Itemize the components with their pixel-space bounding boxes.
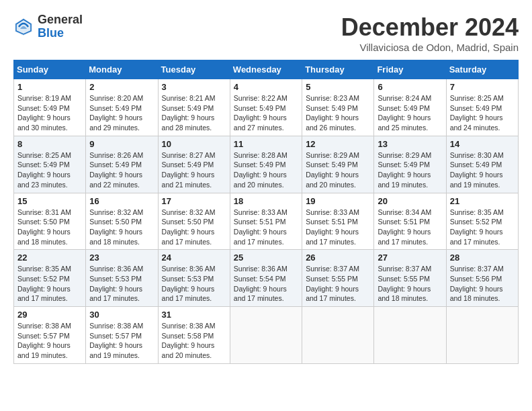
day-number: 28 bbox=[450, 253, 515, 263]
calendar-day-cell: 1Sunrise: 8:19 AM Sunset: 5:49 PM Daylig… bbox=[14, 79, 86, 136]
day-number: 16 bbox=[89, 196, 154, 206]
logo-blue: Blue bbox=[38, 27, 83, 40]
day-info: Sunrise: 8:25 AM Sunset: 5:49 PM Dayligh… bbox=[450, 93, 515, 133]
calendar-empty-cell bbox=[446, 307, 518, 364]
day-number: 26 bbox=[306, 253, 370, 263]
logo-text: General Blue bbox=[38, 13, 83, 40]
weekday-header-thursday: Thursday bbox=[302, 60, 374, 79]
title-block: December 2024 Villaviciosa de Odon, Madr… bbox=[341, 13, 519, 53]
calendar-day-cell: 16Sunrise: 8:32 AM Sunset: 5:50 PM Dayli… bbox=[86, 193, 158, 250]
day-info: Sunrise: 8:33 AM Sunset: 5:51 PM Dayligh… bbox=[234, 208, 298, 247]
day-info: Sunrise: 8:38 AM Sunset: 5:58 PM Dayligh… bbox=[162, 321, 226, 361]
day-number: 3 bbox=[162, 82, 226, 92]
calendar-day-cell: 22Sunrise: 8:35 AM Sunset: 5:52 PM Dayli… bbox=[14, 250, 86, 307]
day-info: Sunrise: 8:24 AM Sunset: 5:49 PM Dayligh… bbox=[378, 93, 442, 133]
day-number: 8 bbox=[17, 139, 82, 149]
calendar-day-cell: 4Sunrise: 8:22 AM Sunset: 5:49 PM Daylig… bbox=[230, 79, 302, 136]
page-header: General Blue December 2024 Villaviciosa … bbox=[13, 13, 519, 53]
day-number: 5 bbox=[306, 82, 370, 92]
day-number: 18 bbox=[234, 196, 298, 206]
day-number: 9 bbox=[89, 139, 154, 149]
calendar-table: SundayMondayTuesdayWednesdayThursdayFrid… bbox=[13, 60, 519, 364]
calendar-day-cell: 28Sunrise: 8:37 AM Sunset: 5:56 PM Dayli… bbox=[446, 250, 518, 307]
calendar-day-cell: 21Sunrise: 8:35 AM Sunset: 5:52 PM Dayli… bbox=[446, 193, 518, 250]
weekday-header-sunday: Sunday bbox=[14, 60, 86, 79]
calendar-day-cell: 20Sunrise: 8:34 AM Sunset: 5:51 PM Dayli… bbox=[374, 193, 446, 250]
day-number: 15 bbox=[17, 196, 82, 206]
day-info: Sunrise: 8:20 AM Sunset: 5:49 PM Dayligh… bbox=[89, 93, 154, 133]
calendar-day-cell: 5Sunrise: 8:23 AM Sunset: 5:49 PM Daylig… bbox=[302, 79, 374, 136]
weekday-header-saturday: Saturday bbox=[446, 60, 518, 79]
calendar-day-cell: 8Sunrise: 8:25 AM Sunset: 5:49 PM Daylig… bbox=[14, 136, 86, 193]
day-number: 4 bbox=[234, 82, 298, 92]
day-number: 14 bbox=[450, 139, 515, 149]
month-title: December 2024 bbox=[341, 13, 519, 42]
day-info: Sunrise: 8:37 AM Sunset: 5:56 PM Dayligh… bbox=[450, 264, 515, 304]
calendar-week-row: 15Sunrise: 8:31 AM Sunset: 5:50 PM Dayli… bbox=[14, 193, 519, 250]
day-info: Sunrise: 8:31 AM Sunset: 5:50 PM Dayligh… bbox=[17, 208, 82, 247]
calendar-day-cell: 30Sunrise: 8:38 AM Sunset: 5:57 PM Dayli… bbox=[86, 307, 158, 364]
calendar-day-cell: 6Sunrise: 8:24 AM Sunset: 5:49 PM Daylig… bbox=[374, 79, 446, 136]
day-number: 12 bbox=[306, 139, 370, 149]
weekday-header-tuesday: Tuesday bbox=[158, 60, 230, 79]
day-info: Sunrise: 8:37 AM Sunset: 5:55 PM Dayligh… bbox=[306, 264, 370, 304]
calendar-day-cell: 12Sunrise: 8:29 AM Sunset: 5:49 PM Dayli… bbox=[302, 136, 374, 193]
calendar-header-row: SundayMondayTuesdayWednesdayThursdayFrid… bbox=[14, 60, 519, 79]
calendar-week-row: 29Sunrise: 8:38 AM Sunset: 5:57 PM Dayli… bbox=[14, 307, 519, 364]
location: Villaviciosa de Odon, Madrid, Spain bbox=[341, 42, 519, 53]
day-info: Sunrise: 8:36 AM Sunset: 5:54 PM Dayligh… bbox=[234, 264, 298, 304]
day-number: 11 bbox=[234, 139, 298, 149]
day-number: 20 bbox=[378, 196, 442, 206]
day-number: 1 bbox=[17, 82, 82, 92]
calendar-day-cell: 14Sunrise: 8:30 AM Sunset: 5:49 PM Dayli… bbox=[446, 136, 518, 193]
calendar-day-cell: 13Sunrise: 8:29 AM Sunset: 5:49 PM Dayli… bbox=[374, 136, 446, 193]
calendar-body: 1Sunrise: 8:19 AM Sunset: 5:49 PM Daylig… bbox=[14, 79, 519, 364]
calendar-day-cell: 23Sunrise: 8:36 AM Sunset: 5:53 PM Dayli… bbox=[86, 250, 158, 307]
day-number: 13 bbox=[378, 139, 442, 149]
day-number: 31 bbox=[162, 310, 226, 320]
day-info: Sunrise: 8:22 AM Sunset: 5:49 PM Dayligh… bbox=[234, 93, 298, 133]
day-info: Sunrise: 8:26 AM Sunset: 5:49 PM Dayligh… bbox=[89, 150, 154, 190]
calendar-week-row: 22Sunrise: 8:35 AM Sunset: 5:52 PM Dayli… bbox=[14, 250, 519, 307]
day-info: Sunrise: 8:38 AM Sunset: 5:57 PM Dayligh… bbox=[89, 321, 154, 361]
calendar-empty-cell bbox=[374, 307, 446, 364]
day-number: 27 bbox=[378, 253, 442, 263]
calendar-day-cell: 24Sunrise: 8:36 AM Sunset: 5:53 PM Dayli… bbox=[158, 250, 230, 307]
day-number: 19 bbox=[306, 196, 370, 206]
day-info: Sunrise: 8:35 AM Sunset: 5:52 PM Dayligh… bbox=[17, 264, 82, 304]
day-number: 24 bbox=[162, 253, 226, 263]
calendar-day-cell: 26Sunrise: 8:37 AM Sunset: 5:55 PM Dayli… bbox=[302, 250, 374, 307]
day-number: 10 bbox=[162, 139, 226, 149]
calendar-day-cell: 18Sunrise: 8:33 AM Sunset: 5:51 PM Dayli… bbox=[230, 193, 302, 250]
calendar-day-cell: 19Sunrise: 8:33 AM Sunset: 5:51 PM Dayli… bbox=[302, 193, 374, 250]
calendar-empty-cell bbox=[230, 307, 302, 364]
day-info: Sunrise: 8:36 AM Sunset: 5:53 PM Dayligh… bbox=[162, 264, 226, 304]
day-info: Sunrise: 8:29 AM Sunset: 5:49 PM Dayligh… bbox=[378, 150, 442, 190]
logo-icon bbox=[13, 17, 34, 37]
day-info: Sunrise: 8:28 AM Sunset: 5:49 PM Dayligh… bbox=[234, 150, 298, 190]
day-number: 21 bbox=[450, 196, 515, 206]
day-number: 22 bbox=[17, 253, 82, 263]
day-number: 6 bbox=[378, 82, 442, 92]
calendar-day-cell: 10Sunrise: 8:27 AM Sunset: 5:49 PM Dayli… bbox=[158, 136, 230, 193]
day-number: 7 bbox=[450, 82, 515, 92]
calendar-day-cell: 29Sunrise: 8:38 AM Sunset: 5:57 PM Dayli… bbox=[14, 307, 86, 364]
weekday-header-monday: Monday bbox=[86, 60, 158, 79]
calendar-day-cell: 3Sunrise: 8:21 AM Sunset: 5:49 PM Daylig… bbox=[158, 79, 230, 136]
day-number: 30 bbox=[89, 310, 154, 320]
day-info: Sunrise: 8:32 AM Sunset: 5:50 PM Dayligh… bbox=[89, 208, 154, 247]
day-info: Sunrise: 8:34 AM Sunset: 5:51 PM Dayligh… bbox=[378, 208, 442, 247]
day-info: Sunrise: 8:33 AM Sunset: 5:51 PM Dayligh… bbox=[306, 208, 370, 247]
calendar-day-cell: 11Sunrise: 8:28 AM Sunset: 5:49 PM Dayli… bbox=[230, 136, 302, 193]
day-info: Sunrise: 8:35 AM Sunset: 5:52 PM Dayligh… bbox=[450, 208, 515, 247]
day-number: 23 bbox=[89, 253, 154, 263]
calendar-day-cell: 7Sunrise: 8:25 AM Sunset: 5:49 PM Daylig… bbox=[446, 79, 518, 136]
day-number: 17 bbox=[162, 196, 226, 206]
weekday-header-wednesday: Wednesday bbox=[230, 60, 302, 79]
calendar-week-row: 8Sunrise: 8:25 AM Sunset: 5:49 PM Daylig… bbox=[14, 136, 519, 193]
calendar-day-cell: 15Sunrise: 8:31 AM Sunset: 5:50 PM Dayli… bbox=[14, 193, 86, 250]
day-info: Sunrise: 8:32 AM Sunset: 5:50 PM Dayligh… bbox=[162, 208, 226, 247]
day-info: Sunrise: 8:19 AM Sunset: 5:49 PM Dayligh… bbox=[17, 93, 82, 133]
calendar-day-cell: 31Sunrise: 8:38 AM Sunset: 5:58 PM Dayli… bbox=[158, 307, 230, 364]
day-info: Sunrise: 8:25 AM Sunset: 5:49 PM Dayligh… bbox=[17, 150, 82, 190]
